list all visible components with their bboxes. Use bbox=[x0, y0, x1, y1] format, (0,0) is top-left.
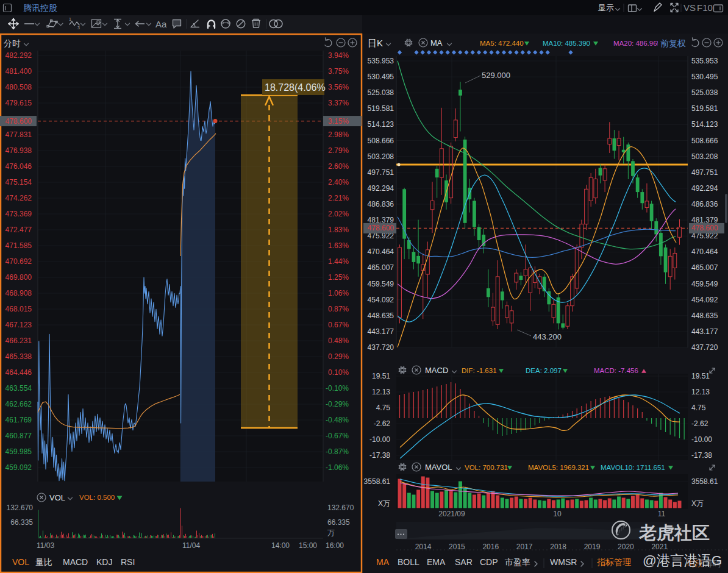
svg-text:474.262: 474.262 bbox=[5, 194, 32, 202]
svg-text:-0.10%: -0.10% bbox=[326, 384, 349, 393]
svg-text:525.038: 525.038 bbox=[368, 88, 394, 97]
svg-text:3: 3 bbox=[77, 26, 80, 30]
svg-text:0.67%: 0.67% bbox=[328, 321, 349, 329]
svg-text:2016: 2016 bbox=[482, 543, 499, 551]
svg-text:EMA: EMA bbox=[427, 557, 446, 567]
svg-text:VOL: VOL bbox=[12, 557, 29, 567]
svg-text:508.666: 508.666 bbox=[368, 137, 394, 145]
svg-text:-10.00: -10.00 bbox=[691, 435, 712, 444]
svg-text:519.581: 519.581 bbox=[691, 104, 718, 113]
svg-text:3.75%: 3.75% bbox=[328, 67, 349, 76]
svg-text:量比: 量比 bbox=[35, 557, 52, 567]
svg-text:465.338: 465.338 bbox=[5, 352, 32, 361]
svg-text:2015: 2015 bbox=[449, 543, 465, 551]
svg-text:486.836: 486.836 bbox=[691, 200, 718, 208]
svg-text:前复权: 前复权 bbox=[660, 38, 686, 48]
svg-text:476.938: 476.938 bbox=[5, 146, 32, 155]
svg-text:0.87%: 0.87% bbox=[328, 305, 349, 313]
svg-text:19.51: 19.51 bbox=[691, 372, 710, 380]
svg-text:530.495: 530.495 bbox=[691, 73, 718, 81]
svg-text:460.877: 460.877 bbox=[5, 432, 32, 440]
svg-text:1.83%: 1.83% bbox=[328, 226, 349, 234]
svg-text:15:00: 15:00 bbox=[299, 541, 317, 550]
svg-text:MA: MA bbox=[376, 557, 390, 567]
svg-text:461.769: 461.769 bbox=[5, 416, 32, 424]
svg-text:443.177: 443.177 bbox=[691, 327, 718, 336]
svg-text:2.60%: 2.60% bbox=[328, 162, 349, 171]
svg-text:454.092: 454.092 bbox=[691, 296, 718, 304]
svg-text:66.335: 66.335 bbox=[10, 518, 33, 527]
svg-text:465.007: 465.007 bbox=[691, 263, 718, 272]
svg-text:525.038: 525.038 bbox=[691, 88, 718, 97]
svg-text:2017: 2017 bbox=[516, 543, 533, 551]
svg-text:2020: 2020 bbox=[618, 543, 634, 551]
svg-text:454.092: 454.092 bbox=[368, 296, 394, 304]
svg-text:3558.61: 3558.61 bbox=[364, 477, 391, 486]
svg-text:X万: X万 bbox=[691, 499, 704, 508]
svg-text:0.10%: 0.10% bbox=[328, 368, 349, 377]
svg-text:11/04: 11/04 bbox=[182, 541, 200, 550]
svg-text:492.294: 492.294 bbox=[368, 184, 394, 193]
svg-text:132.670: 132.670 bbox=[7, 504, 34, 512]
svg-text:4.75: 4.75 bbox=[376, 404, 391, 412]
svg-text:12.13: 12.13 bbox=[372, 388, 390, 396]
svg-text:2021: 2021 bbox=[651, 543, 668, 551]
svg-text:478.600: 478.600 bbox=[5, 117, 32, 126]
svg-text:万: 万 bbox=[327, 529, 335, 537]
svg-text:SAR: SAR bbox=[455, 557, 473, 567]
svg-text:514.123: 514.123 bbox=[691, 120, 718, 129]
svg-text:2.40%: 2.40% bbox=[328, 178, 349, 187]
svg-text:12.13: 12.13 bbox=[691, 388, 710, 396]
svg-text:437.720: 437.720 bbox=[368, 343, 394, 352]
svg-text:469.800: 469.800 bbox=[5, 273, 32, 282]
svg-text:477.831: 477.831 bbox=[5, 130, 32, 139]
svg-text:X万: X万 bbox=[378, 499, 390, 508]
svg-text:459.549: 459.549 bbox=[368, 280, 394, 288]
svg-text:4.75: 4.75 bbox=[691, 404, 706, 412]
svg-text:16:00: 16:00 bbox=[326, 541, 344, 550]
svg-text:3.37%: 3.37% bbox=[328, 99, 349, 107]
svg-text:MAVOL: MAVOL bbox=[425, 463, 452, 472]
svg-text:2021/09: 2021/09 bbox=[438, 510, 465, 518]
svg-text:492.294: 492.294 bbox=[691, 184, 718, 193]
svg-text:0.29%: 0.29% bbox=[328, 352, 349, 361]
svg-text:VOL: VOL bbox=[49, 493, 65, 502]
svg-text:-0.29%: -0.29% bbox=[326, 400, 349, 408]
svg-text:462.662: 462.662 bbox=[5, 400, 32, 408]
svg-text:482.292: 482.292 bbox=[5, 51, 32, 60]
svg-text:-10.00: -10.00 bbox=[369, 435, 390, 444]
svg-text:479.615: 479.615 bbox=[5, 99, 32, 107]
svg-text:473.369: 473.369 bbox=[5, 210, 32, 218]
svg-text:-1.06%: -1.06% bbox=[326, 463, 349, 472]
svg-text:MAVOL10: 1711.651: MAVOL10: 1711.651 bbox=[601, 464, 665, 471]
svg-text:476.046: 476.046 bbox=[5, 162, 32, 171]
svg-text:443.177: 443.177 bbox=[368, 327, 394, 336]
svg-text:480.508: 480.508 bbox=[5, 83, 32, 91]
svg-text:显示: 显示 bbox=[598, 3, 614, 12]
svg-text:11/03: 11/03 bbox=[37, 541, 54, 550]
svg-text:530.495: 530.495 bbox=[368, 73, 394, 81]
svg-text:468.015: 468.015 bbox=[5, 305, 32, 313]
svg-text:分时: 分时 bbox=[4, 38, 21, 48]
svg-text:BOLL: BOLL bbox=[398, 557, 419, 567]
svg-text:465.007: 465.007 bbox=[368, 263, 394, 272]
svg-text:Aa: Aa bbox=[155, 19, 167, 29]
svg-text:2018: 2018 bbox=[550, 543, 566, 551]
svg-text:470.692: 470.692 bbox=[5, 257, 32, 266]
svg-text:448.635: 448.635 bbox=[368, 311, 394, 320]
svg-text:448.635: 448.635 bbox=[691, 311, 718, 320]
svg-text:475.154: 475.154 bbox=[5, 178, 32, 187]
svg-text:535.953: 535.953 bbox=[368, 57, 394, 65]
svg-text:3.56%: 3.56% bbox=[328, 83, 349, 91]
svg-text:MA: MA bbox=[430, 38, 443, 48]
svg-text:11: 11 bbox=[658, 510, 666, 518]
svg-text:497.751: 497.751 bbox=[368, 168, 394, 177]
svg-text:MA10: 485.390: MA10: 485.390 bbox=[543, 40, 590, 47]
svg-text:1.63%: 1.63% bbox=[328, 241, 349, 250]
svg-text:MACD: -7.456: MACD: -7.456 bbox=[594, 367, 638, 374]
svg-text:3.15%: 3.15% bbox=[328, 117, 349, 126]
svg-text:470.464: 470.464 bbox=[368, 247, 394, 256]
svg-text:WMSR: WMSR bbox=[550, 557, 577, 567]
svg-text:478.600: 478.600 bbox=[368, 224, 394, 232]
svg-text:486.836: 486.836 bbox=[368, 200, 394, 208]
